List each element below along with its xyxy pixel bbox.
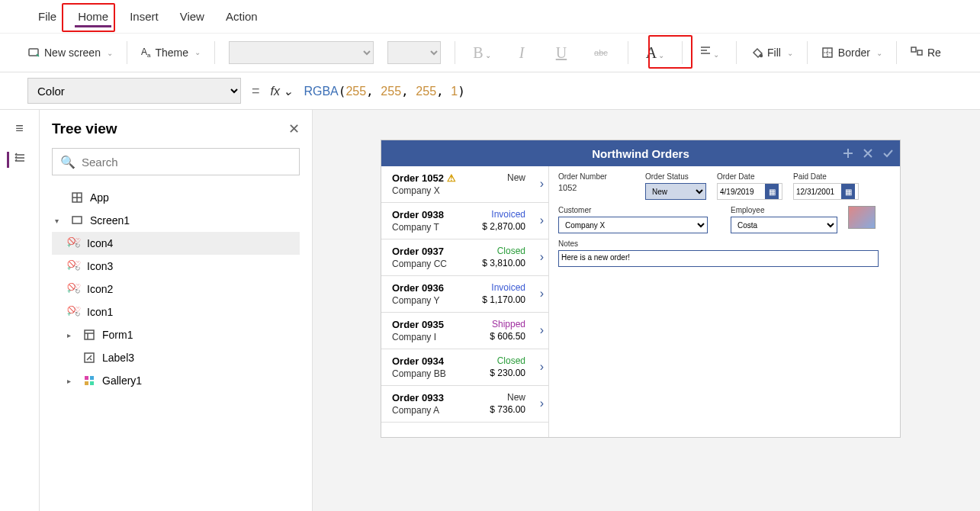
chevron-right-icon: ›: [540, 214, 544, 227]
app-frame: Northwind Orders Order 1052⚠ Company X N…: [381, 140, 900, 437]
close-panel-icon[interactable]: ✕: [288, 121, 300, 137]
tree-search[interactable]: 🔍: [52, 148, 300, 175]
svg-rect-3: [911, 47, 916, 52]
form-icon: [82, 329, 96, 341]
svg-rect-9: [85, 376, 88, 380]
tree-app[interactable]: App: [52, 186, 300, 209]
tree-icon2[interactable]: 🚫♡+↻ Icon2: [52, 278, 300, 300]
menu-file[interactable]: File: [27, 2, 67, 31]
svg-rect-11: [85, 381, 88, 385]
formula-bar: Color = fx ⌄ RGBA(255, 255, 255, 1): [0, 72, 980, 110]
plus-icon[interactable]: [842, 147, 854, 159]
italic-button[interactable]: I: [509, 44, 535, 62]
new-screen-button[interactable]: New screen⌄: [27, 47, 113, 59]
label-icon: [82, 352, 96, 364]
new-screen-label: New screen: [44, 47, 101, 59]
paint-bucket-icon: [750, 47, 763, 59]
font-size-select[interactable]: [387, 41, 441, 64]
paid-date-label: Paid Date: [793, 172, 859, 181]
menu-home[interactable]: Home: [67, 2, 119, 31]
tree-icon4[interactable]: 🚫♡+↻ Icon4: [52, 232, 300, 255]
font-color-button[interactable]: A⌄: [642, 44, 668, 62]
fx-label[interactable]: fx ⌄: [271, 84, 294, 98]
screen-icon: [70, 214, 84, 227]
canvas: Northwind Orders Order 1052⚠ Company X N…: [313, 110, 980, 511]
menu-action[interactable]: Action: [215, 2, 268, 31]
formula-text[interactable]: RGBA(255, 255, 255, 1): [304, 84, 464, 98]
tree-icon3-label: Icon3: [87, 260, 113, 272]
tree-gallery1-label: Gallery1: [102, 374, 142, 387]
fill-label: Fill: [767, 47, 781, 59]
screen-icon: [27, 47, 40, 59]
reorder-button[interactable]: Re: [911, 47, 941, 59]
check-icon[interactable]: [882, 147, 894, 159]
order-item[interactable]: Order 0936 Company Y Invoiced $ 1,170.00…: [381, 276, 548, 313]
chevron-right-icon: ›: [540, 287, 544, 300]
fill-button[interactable]: Fill⌄: [750, 47, 793, 59]
tree-app-label: App: [90, 191, 109, 204]
svg-rect-12: [90, 381, 94, 385]
svg-rect-10: [90, 376, 94, 380]
order-date-input[interactable]: ▦: [717, 183, 782, 200]
employee-select[interactable]: Costa: [731, 217, 837, 233]
icon2-icon: 🚫♡+↻: [67, 283, 81, 295]
chevron-right-icon: ›: [540, 323, 544, 337]
tree-label3[interactable]: Label3: [52, 346, 300, 369]
align-button[interactable]: ⌄: [696, 45, 722, 60]
app-title-bar: Northwind Orders: [381, 140, 900, 166]
icon1-icon: 🚫♡+↻: [67, 306, 81, 318]
calendar-icon: ▦: [841, 184, 855, 199]
cancel-icon[interactable]: [862, 147, 874, 159]
order-list: Order 1052⚠ Company X New ›Order 0938 Co…: [381, 166, 549, 437]
reorder-icon: [911, 47, 923, 59]
theme-button[interactable]: Aa Theme⌄: [141, 47, 201, 59]
order-item[interactable]: Order 0933 Company A New $ 736.00 ›: [381, 386, 548, 423]
left-rail: ≡: [0, 110, 40, 511]
notes-input[interactable]: Here is a new order!: [558, 250, 879, 267]
order-item[interactable]: Order 0937 Company CC Closed $ 3,810.00 …: [381, 239, 548, 276]
border-label: Border: [838, 47, 870, 59]
strikethrough-button[interactable]: abc: [588, 48, 614, 57]
icon4-icon: 🚫♡+↻: [67, 237, 81, 249]
tree-icon2-label: Icon2: [87, 283, 113, 295]
customer-select[interactable]: Company X: [558, 217, 708, 233]
tree-icon1[interactable]: 🚫♡+↻ Icon1: [52, 300, 300, 323]
tree-icon3[interactable]: 🚫♡+↻ Icon3: [52, 255, 300, 278]
tree-gallery1[interactable]: ▸ Gallery1: [52, 369, 300, 392]
theme-icon: Aa: [141, 47, 150, 59]
font-family-select[interactable]: [229, 41, 374, 64]
order-date-label: Order Date: [717, 172, 782, 181]
paid-date-input[interactable]: ▦: [793, 183, 859, 200]
ribbon: New screen⌄ Aa Theme⌄ B⌄ I U abc A⌄ ⌄ Fi…: [0, 34, 980, 72]
menu-view[interactable]: View: [169, 2, 215, 31]
order-item[interactable]: Order 0934 Company BB Closed $ 230.00 ›: [381, 349, 548, 386]
svg-point-1: [760, 55, 762, 57]
underline-button[interactable]: U: [548, 44, 574, 62]
hamburger-icon[interactable]: ≡: [15, 121, 24, 137]
search-icon: 🔍: [60, 155, 76, 169]
tree-form1-label: Form1: [102, 329, 133, 341]
order-item[interactable]: Order 1052⚠ Company X New ›: [381, 166, 548, 203]
equals-sign: =: [252, 83, 260, 99]
tree-form1[interactable]: ▸ Form1: [52, 323, 300, 346]
search-input[interactable]: [82, 156, 291, 169]
svg-rect-6: [72, 217, 82, 223]
customer-label: Customer: [558, 206, 708, 214]
tree-screen1[interactable]: ▾ Screen1: [52, 209, 300, 232]
property-select[interactable]: Color: [27, 78, 241, 104]
order-item[interactable]: Order 0935 Company I Shipped $ 606.50 ›: [381, 313, 548, 349]
tree-icon4-label: Icon4: [87, 237, 113, 249]
theme-label: Theme: [155, 47, 188, 59]
chevron-right-icon: ›: [540, 250, 544, 264]
order-detail: Order Number 1052 Order Status New Order…: [549, 166, 900, 437]
order-status-label: Order Status: [645, 172, 706, 181]
bold-button[interactable]: B⌄: [469, 44, 495, 62]
tree-view-icon[interactable]: [7, 152, 26, 168]
chevron-right-icon: ›: [540, 397, 544, 410]
order-status-select[interactable]: New: [645, 183, 706, 200]
menu-insert[interactable]: Insert: [119, 2, 169, 31]
employee-label: Employee: [731, 206, 837, 214]
order-item[interactable]: Order 0938 Company T Invoiced $ 2,870.00…: [381, 203, 548, 239]
employee-avatar: [848, 206, 876, 229]
border-button[interactable]: Border⌄: [821, 47, 882, 59]
